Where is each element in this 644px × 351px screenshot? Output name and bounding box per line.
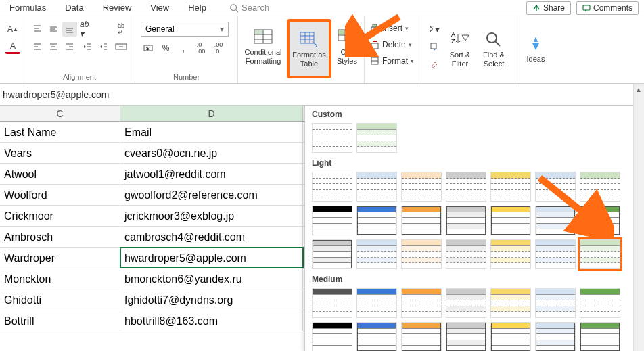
cell-lastname[interactable]: Ghidotti bbox=[0, 289, 120, 310]
ideas-button[interactable]: Ideas bbox=[521, 22, 551, 76]
column-header-C[interactable]: C bbox=[0, 106, 120, 121]
align-top-button[interactable] bbox=[30, 22, 45, 37]
header-email[interactable]: Email bbox=[120, 122, 303, 142]
table-row[interactable]: Atwooljatwool1@reddit.com bbox=[0, 164, 304, 185]
table-style-option[interactable] bbox=[446, 172, 486, 202]
table-style-option[interactable] bbox=[356, 239, 397, 269]
conditional-formatting-button[interactable]: Conditional Formatting bbox=[239, 19, 287, 73]
table-style-option[interactable] bbox=[401, 172, 442, 202]
table-style-option[interactable] bbox=[580, 206, 620, 235]
table-style-option[interactable] bbox=[446, 322, 486, 351]
find-select-button[interactable]: Find & Select bbox=[478, 22, 509, 76]
percent-format-button[interactable]: % bbox=[158, 41, 173, 55]
number-format-dropdown[interactable]: General▾ bbox=[141, 22, 229, 37]
align-left-button[interactable] bbox=[30, 39, 45, 54]
scroll-up-button[interactable]: ▲ bbox=[634, 84, 643, 95]
cell-lastname[interactable]: Wardroper bbox=[0, 248, 120, 268]
table-style-option[interactable] bbox=[580, 172, 620, 202]
orientation-button[interactable]: ab ▾ bbox=[80, 22, 95, 37]
format-as-table-button[interactable]: Format as Table bbox=[290, 22, 329, 76]
format-button[interactable]: Format▾ bbox=[370, 54, 414, 68]
table-style-option[interactable] bbox=[490, 322, 531, 351]
accounting-format-button[interactable]: $ bbox=[141, 41, 156, 55]
insert-button[interactable]: Insert▾ bbox=[370, 22, 409, 35]
table-style-option[interactable] bbox=[356, 206, 397, 235]
merge-cells-button[interactable] bbox=[114, 39, 129, 54]
table-style-option[interactable] bbox=[312, 322, 352, 351]
cell-email[interactable]: cvears0@ocn.ne.jp bbox=[120, 143, 303, 163]
table-style-option[interactable] bbox=[312, 172, 352, 202]
cell-email[interactable]: fghidotti7@dyndns.org bbox=[120, 289, 303, 310]
cell-lastname[interactable]: Monckton bbox=[0, 268, 120, 289]
table-style-option[interactable] bbox=[580, 288, 620, 318]
cell-email[interactable]: gwoolford2@reference.com bbox=[120, 185, 303, 205]
table-style-option[interactable] bbox=[580, 322, 620, 351]
table-style-option[interactable] bbox=[535, 322, 576, 351]
increase-font-button[interactable]: A▲ bbox=[5, 22, 20, 37]
cell-email[interactable]: jatwool1@reddit.com bbox=[120, 164, 303, 184]
header-lastname[interactable]: Last Name bbox=[0, 122, 120, 142]
table-style-option[interactable] bbox=[401, 288, 442, 318]
table-row[interactable]: Bottrillhbottrill8@163.com bbox=[0, 310, 304, 331]
table-style-option[interactable] bbox=[490, 288, 531, 318]
table-style-option[interactable] bbox=[401, 239, 442, 269]
table-style-option[interactable] bbox=[312, 206, 352, 235]
comma-format-button[interactable]: , bbox=[176, 41, 191, 55]
cell-lastname[interactable]: Bottrill bbox=[0, 310, 120, 331]
menu-view[interactable]: View bbox=[141, 3, 179, 13]
cell-lastname[interactable]: Ambrosch bbox=[0, 227, 120, 247]
table-style-option[interactable] bbox=[356, 322, 397, 351]
table-style-option[interactable] bbox=[312, 239, 352, 269]
sort-filter-button[interactable]: AZ Sort & Filter bbox=[444, 22, 476, 76]
increase-indent-button[interactable] bbox=[96, 39, 111, 54]
table-style-option[interactable] bbox=[356, 288, 397, 318]
menu-help[interactable]: Help bbox=[179, 3, 216, 13]
formula-bar[interactable]: hwardroper5@apple.com bbox=[0, 84, 644, 106]
align-middle-button[interactable] bbox=[46, 22, 61, 37]
cell-email[interactable]: cambrosch4@reddit.com bbox=[120, 227, 303, 247]
align-bottom-button[interactable] bbox=[62, 22, 77, 37]
align-center-button[interactable] bbox=[46, 39, 61, 54]
table-style-option[interactable] bbox=[446, 206, 486, 235]
cell-email[interactable]: jcrickmoor3@exblog.jp bbox=[120, 206, 303, 226]
table-row[interactable]: Moncktonbmonckton6@yandex.ru bbox=[0, 268, 304, 289]
table-style-option[interactable] bbox=[356, 123, 397, 153]
align-right-button[interactable] bbox=[62, 39, 77, 54]
menu-formulas[interactable]: Formulas bbox=[0, 3, 55, 13]
table-style-option[interactable] bbox=[356, 172, 397, 202]
font-color-button[interactable]: A bbox=[5, 39, 20, 54]
cell-email[interactable]: hbottrill8@163.com bbox=[120, 310, 303, 331]
delete-button[interactable]: Delete▾ bbox=[370, 38, 412, 51]
table-style-option[interactable] bbox=[490, 206, 531, 235]
table-style-option[interactable] bbox=[446, 288, 486, 318]
cell-styles-button[interactable]: Cell Styles bbox=[331, 19, 363, 73]
table-style-option[interactable] bbox=[312, 288, 352, 318]
table-row[interactable]: Woolfordgwoolford2@reference.com bbox=[0, 185, 304, 206]
menu-review[interactable]: Review bbox=[93, 3, 141, 13]
cell-lastname[interactable]: Vears bbox=[0, 143, 120, 163]
table-style-option[interactable] bbox=[535, 288, 576, 318]
search-box[interactable]: Search bbox=[229, 3, 269, 13]
cell-lastname[interactable]: Atwool bbox=[0, 164, 120, 184]
wrap-text-button[interactable]: ab↵ bbox=[114, 22, 129, 37]
clear-button[interactable] bbox=[427, 57, 442, 72]
menu-data[interactable]: Data bbox=[55, 3, 93, 13]
table-row[interactable]: Crickmoorjcrickmoor3@exblog.jp bbox=[0, 206, 304, 227]
share-button[interactable]: Share bbox=[526, 1, 571, 15]
table-row[interactable]: Wardroperhwardroper5@apple.com bbox=[0, 248, 304, 268]
cell-lastname[interactable]: Crickmoor bbox=[0, 206, 120, 226]
increase-decimal-button[interactable]: .0.00 bbox=[193, 41, 208, 55]
table-style-option[interactable] bbox=[580, 239, 620, 269]
table-style-option[interactable] bbox=[312, 123, 352, 153]
table-style-option[interactable] bbox=[446, 239, 486, 269]
vertical-scrollbar[interactable]: ▲ bbox=[633, 84, 644, 351]
table-row[interactable]: Vearscvears0@ocn.ne.jp bbox=[0, 143, 304, 164]
column-header-D[interactable]: D bbox=[120, 106, 303, 121]
cell-lastname[interactable]: Woolford bbox=[0, 185, 120, 205]
table-style-option[interactable] bbox=[535, 206, 576, 235]
cell-email[interactable]: hwardroper5@apple.com bbox=[120, 248, 303, 268]
table-style-option[interactable] bbox=[490, 239, 531, 269]
table-row[interactable]: Ghidottifghidotti7@dyndns.org bbox=[0, 289, 304, 310]
table-style-option[interactable] bbox=[401, 206, 442, 235]
fill-button[interactable] bbox=[427, 39, 442, 54]
